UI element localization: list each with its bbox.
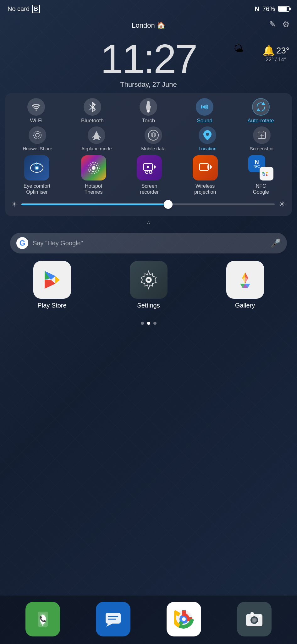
nfc-google-app[interactable]: N NFC G ▶ ▶ ▶ NFC Google (248, 155, 273, 195)
svg-point-71 (259, 615, 261, 617)
sound-icon (196, 98, 213, 116)
sound-toggle[interactable]: Sound (189, 98, 220, 124)
brightness-control: ☀ ☀ (8, 197, 289, 211)
svg-point-69 (253, 619, 256, 622)
google-label: Google (253, 189, 269, 195)
svg-line-3 (90, 107, 92, 110)
dock: 📞 (0, 596, 297, 644)
airplane-label: Airplane mode (81, 146, 112, 152)
mobile-data-icon: ⑪ (145, 126, 162, 144)
svg-point-24 (149, 171, 152, 174)
svg-point-11 (34, 131, 41, 139)
eye-comfort-label: Eye comfort (24, 183, 50, 189)
gallery-icon (226, 261, 264, 299)
carrier-text: No card (8, 5, 30, 13)
airplane-icon (88, 126, 105, 144)
huawei-share-toggle[interactable]: Huawei Share (23, 126, 52, 152)
status-left: No card B (8, 5, 40, 13)
brightness-slider[interactable] (21, 203, 275, 205)
svg-text:▶: ▶ (262, 171, 265, 174)
screenshot-label: Screenshot (250, 146, 274, 152)
settings-app[interactable]: Settings (104, 261, 193, 309)
gallery-label: Gallery (235, 302, 255, 309)
autorotate-toggle[interactable]: Auto-rotate (245, 98, 277, 124)
autorotate-label: Auto-rotate (248, 118, 274, 124)
quick-row-1: Wi-Fi Bluetooth (8, 98, 289, 124)
play-store-app[interactable]: Play Store (8, 261, 96, 309)
clock-time: 11:27 (101, 38, 196, 79)
huawei-share-icon (29, 126, 46, 144)
svg-marker-9 (257, 109, 260, 111)
screen-recorder-app[interactable]: Screen recorder (137, 155, 162, 195)
svg-marker-58 (106, 624, 113, 627)
quick-row-2: Huawei Share Airplane mode ⑪ Mobile data (8, 126, 289, 152)
battery-icon (278, 6, 289, 12)
gallery-app[interactable]: Gallery (201, 261, 289, 309)
settings-label: Settings (137, 302, 160, 309)
svg-point-19 (92, 166, 96, 170)
page-dot-2[interactable] (147, 322, 150, 325)
brightness-low-icon: ☀ (11, 200, 18, 208)
google-g-icon: G (16, 237, 28, 249)
bluetooth-icon (84, 98, 101, 116)
bluetooth-label: Bluetooth (81, 118, 104, 124)
hotspot-themes-icon (81, 155, 106, 180)
svg-point-54 (243, 277, 248, 282)
svg-rect-70 (250, 612, 254, 615)
camera-dock-icon[interactable] (237, 602, 272, 636)
page-dots (0, 322, 297, 325)
wireless-proj-label: Wireless (195, 183, 215, 189)
wireless-proj-sub: projection (194, 189, 216, 195)
google-mic-icon[interactable]: 🎤 (271, 238, 281, 248)
svg-rect-7 (147, 110, 149, 113)
google-search-placeholder: Say "Hey Google" (33, 240, 266, 247)
mobile-data-toggle[interactable]: ⑪ Mobile data (141, 126, 166, 152)
airplane-toggle[interactable]: Airplane mode (81, 126, 112, 152)
google-search-bar[interactable]: G Say "Hey Google" 🎤 (10, 233, 287, 253)
torch-toggle[interactable]: Torch (133, 98, 164, 124)
edit-button[interactable]: ✎ (269, 19, 276, 29)
eye-comfort-app[interactable]: Eye comfort Optimiser (24, 155, 50, 195)
location-label: London 🏠 (132, 21, 165, 30)
wifi-label: Wi-Fi (30, 118, 42, 124)
svg-line-2 (90, 105, 92, 107)
play-store-icon (33, 261, 71, 299)
svg-point-25 (146, 171, 148, 174)
svg-marker-41 (55, 276, 60, 284)
svg-marker-31 (210, 164, 212, 170)
screenshot-toggle[interactable]: Screenshot (249, 126, 274, 152)
location-label: Location (199, 146, 217, 152)
settings-icon (130, 261, 168, 299)
hotspot-themes-app[interactable]: Hotspot Themes (81, 155, 106, 195)
svg-text:📞: 📞 (39, 616, 47, 623)
sound-label: Sound (197, 118, 212, 124)
page-dot-3[interactable] (153, 322, 157, 325)
quick-settings-panel: Wi-Fi Bluetooth (5, 93, 292, 216)
weather-icon: 🌤 (234, 43, 244, 55)
svg-marker-23 (154, 165, 156, 169)
svg-point-65 (182, 617, 186, 621)
huawei-share-label: Huawei Share (23, 146, 52, 152)
settings-button[interactable]: ⚙ (282, 19, 289, 29)
status-right: N 76% (255, 5, 289, 13)
phone-dock-icon[interactable]: 📞 (25, 602, 60, 636)
page-dot-1[interactable] (141, 322, 144, 325)
weather-widget: 🔔 23° 22° / 14° (262, 45, 289, 63)
svg-point-10 (36, 133, 39, 137)
location-toggle[interactable]: Location (195, 126, 220, 152)
eye-comfort-icon (24, 155, 49, 180)
wireless-projection-icon (193, 155, 218, 180)
screenshot-icon (253, 126, 271, 144)
chrome-dock-icon[interactable] (167, 602, 201, 636)
wireless-projection-app[interactable]: Wireless projection (193, 155, 218, 195)
torch-label: Torch (142, 118, 155, 124)
screen-recorder-sub: recorder (140, 189, 159, 195)
wifi-toggle[interactable]: Wi-Fi (20, 98, 52, 124)
nfc-icon: N (255, 5, 259, 13)
status-bar: No card B N 76% (0, 0, 297, 16)
svg-point-12 (206, 133, 209, 136)
messages-dock-icon[interactable] (96, 602, 130, 636)
bluetooth-toggle[interactable]: Bluetooth (77, 98, 108, 124)
chevron-up-icon: ^ (147, 220, 150, 228)
top-icons-right: ✎ ⚙ (269, 19, 289, 29)
